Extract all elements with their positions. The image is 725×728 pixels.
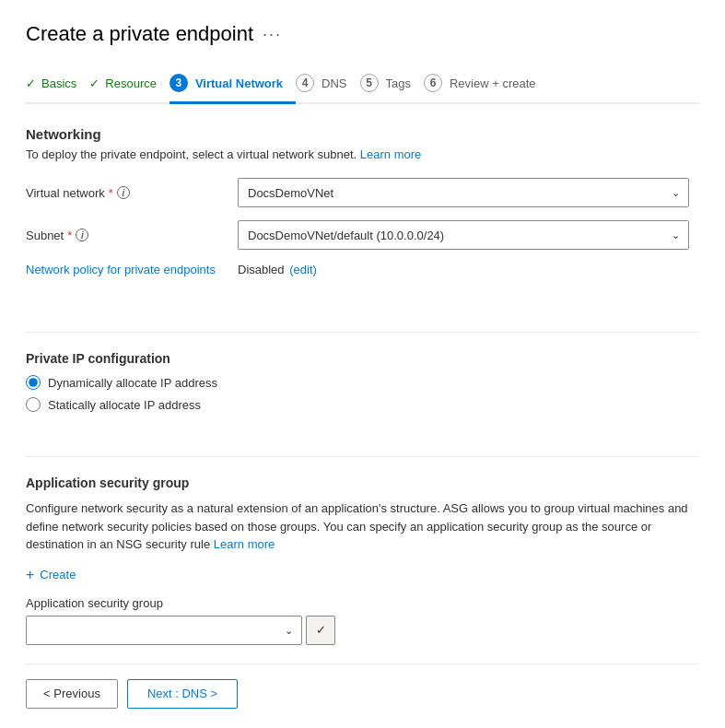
step-resource[interactable]: ✓ Resource xyxy=(89,69,170,102)
asg-dropdown-label: Application security group xyxy=(26,596,699,610)
subnet-control: DocsDemoVNet/default (10.0.0.0/24) ⌄ xyxy=(238,220,699,250)
virtual-network-info-icon[interactable]: i xyxy=(117,186,130,199)
subnet-dropdown-wrapper: DocsDemoVNet/default (10.0.0.0/24) ⌄ xyxy=(238,220,689,250)
step-dns-label: DNS xyxy=(322,76,346,90)
asg-description: Configure network security as a natural … xyxy=(26,499,699,554)
step-basics[interactable]: ✓ Basics xyxy=(26,69,89,102)
dynamic-ip-radio[interactable] xyxy=(26,375,41,390)
virtual-network-row: Virtual network * i DocsDemoVNet ⌄ xyxy=(26,178,699,207)
asg-section: Application security group Configure net… xyxy=(26,476,699,645)
asg-learn-more-link[interactable]: Learn more xyxy=(214,537,275,551)
step-circle: 6 xyxy=(424,74,442,92)
subnet-row: Subnet * i DocsDemoVNet/default (10.0.0.… xyxy=(26,220,699,250)
static-ip-label: Statically allocate IP address xyxy=(48,398,201,412)
asg-create-button[interactable]: + Create xyxy=(26,567,76,583)
virtual-network-control: DocsDemoVNet ⌄ xyxy=(238,178,699,207)
networking-section: Networking To deploy the private endpoin… xyxy=(26,126,699,295)
required-indicator: * xyxy=(67,229,72,242)
private-ip-section: Private IP configuration Dynamically all… xyxy=(26,351,699,419)
step-circle: 4 xyxy=(296,74,314,92)
step-virtual-network[interactable]: 3 Virtual Network xyxy=(170,66,296,104)
networking-desc-text: To deploy the private endpoint, select a… xyxy=(26,147,357,161)
page-title-dots: ··· xyxy=(263,25,282,44)
asg-dropdown-wrapper: ⌄ xyxy=(26,616,302,645)
step-review-create[interactable]: 6 Review + create xyxy=(424,66,549,104)
step-review-create-label: Review + create xyxy=(450,76,536,90)
checkmark-icon: ✓ xyxy=(316,623,326,637)
networking-learn-more-link[interactable]: Learn more xyxy=(360,147,421,161)
dynamic-ip-label: Dynamically allocate IP address xyxy=(48,376,217,390)
asg-desc-text: Configure network security as a natural … xyxy=(26,501,688,551)
step-basics-label: Basics xyxy=(41,76,76,90)
required-indicator: * xyxy=(109,186,113,200)
subnet-info-icon[interactable]: i xyxy=(76,229,88,241)
virtual-network-dropdown-wrapper: DocsDemoVNet ⌄ xyxy=(238,178,689,207)
previous-button[interactable]: < Previous xyxy=(26,679,118,709)
subnet-dropdown[interactable]: DocsDemoVNet/default (10.0.0.0/24) xyxy=(238,220,689,250)
check-icon: ✓ xyxy=(89,76,99,90)
network-policy-label: Network policy for private endpoints xyxy=(26,263,238,276)
network-policy-status: Disabled xyxy=(238,263,285,276)
page-title-text: Create a private endpoint xyxy=(26,22,253,46)
step-dns[interactable]: 4 DNS xyxy=(296,66,359,104)
step-tags[interactable]: 5 Tags xyxy=(360,66,424,104)
virtual-network-label: Virtual network * i xyxy=(26,186,238,200)
static-ip-radio-row: Statically allocate IP address xyxy=(26,397,699,412)
wizard-steps: ✓ Basics ✓ Resource 3 Virtual Network 4 … xyxy=(26,66,699,104)
divider-2 xyxy=(26,456,699,457)
asg-section-title: Application security group xyxy=(26,476,699,490)
step-virtual-network-label: Virtual Network xyxy=(195,76,283,90)
footer: < Previous Next : DNS > xyxy=(26,663,699,709)
divider-1 xyxy=(26,332,699,333)
previous-button-label: < Previous xyxy=(43,687,100,700)
page-title: Create a private endpoint ··· xyxy=(26,22,699,46)
static-ip-radio[interactable] xyxy=(26,397,41,412)
check-icon: ✓ xyxy=(26,76,36,90)
plus-icon: + xyxy=(26,567,34,583)
virtual-network-dropdown[interactable]: DocsDemoVNet xyxy=(238,178,689,207)
network-policy-edit-link[interactable]: (edit) xyxy=(289,263,317,276)
step-circle: 3 xyxy=(170,74,188,92)
step-circle: 5 xyxy=(360,74,379,92)
network-policy-row: Network policy for private endpoints Dis… xyxy=(26,263,699,276)
networking-section-desc: To deploy the private endpoint, select a… xyxy=(26,147,699,161)
networking-section-title: Networking xyxy=(26,126,699,142)
dynamic-ip-radio-row: Dynamically allocate IP address xyxy=(26,375,699,390)
subnet-label: Subnet * i xyxy=(26,229,238,242)
asg-dropdown[interactable] xyxy=(26,616,302,645)
asg-create-label: Create xyxy=(40,568,76,581)
step-resource-label: Resource xyxy=(105,76,157,90)
private-ip-section-title: Private IP configuration xyxy=(26,351,699,366)
asg-add-button[interactable]: ✓ xyxy=(306,616,335,645)
network-policy-value: Disabled (edit) xyxy=(238,263,317,276)
asg-dropdown-row: ⌄ ✓ xyxy=(26,616,699,645)
next-button-label: Next : DNS > xyxy=(147,687,217,700)
next-button[interactable]: Next : DNS > xyxy=(127,679,238,709)
step-tags-label: Tags xyxy=(386,76,411,90)
